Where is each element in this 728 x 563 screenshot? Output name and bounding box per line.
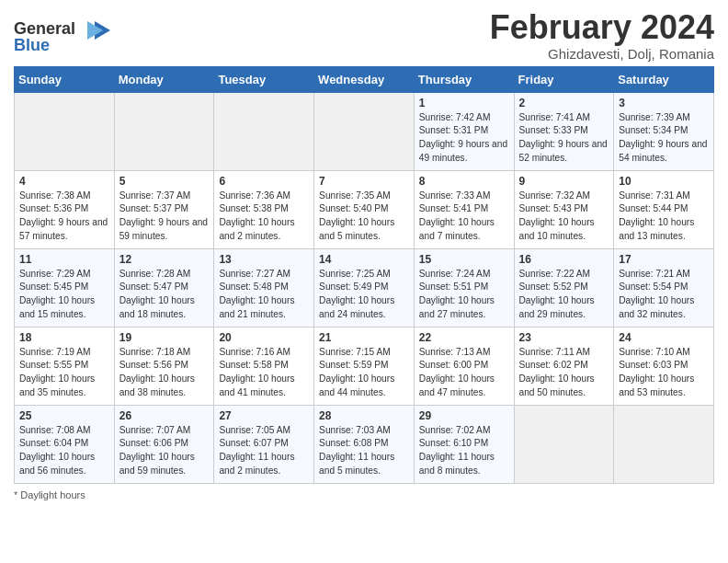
day-number: 28: [319, 409, 409, 422]
day-number: 20: [219, 331, 309, 344]
calendar-cell: [514, 405, 614, 483]
day-info: Sunrise: 7:25 AMSunset: 5:49 PMDaylight:…: [319, 268, 409, 322]
day-number: 27: [219, 409, 309, 422]
weekday-header-saturday: Saturday: [614, 66, 714, 92]
calendar-cell: [114, 92, 214, 170]
day-number: 12: [119, 253, 210, 266]
calendar-cell: 12Sunrise: 7:28 AMSunset: 5:47 PMDayligh…: [114, 248, 214, 327]
weekday-header-tuesday: Tuesday: [214, 66, 314, 92]
day-number: 4: [19, 175, 109, 188]
day-number: 21: [319, 331, 409, 344]
day-info: Sunrise: 7:41 AMSunset: 5:33 PMDaylight:…: [519, 111, 609, 166]
week-row-3: 11Sunrise: 7:29 AMSunset: 5:45 PMDayligh…: [15, 248, 714, 327]
day-number: 19: [119, 331, 210, 344]
location: Ghizdavesti, Dolj, Romania: [490, 46, 714, 62]
calendar-cell: 14Sunrise: 7:25 AMSunset: 5:49 PMDayligh…: [314, 248, 415, 327]
calendar-cell: 23Sunrise: 7:11 AMSunset: 6:02 PMDayligh…: [514, 327, 614, 405]
day-info: Sunrise: 7:38 AMSunset: 5:36 PMDaylight:…: [19, 190, 109, 244]
calendar-body: 1Sunrise: 7:42 AMSunset: 5:31 PMDaylight…: [15, 92, 714, 483]
day-number: 17: [619, 253, 709, 266]
week-row-4: 18Sunrise: 7:19 AMSunset: 5:55 PMDayligh…: [15, 327, 714, 405]
day-info: Sunrise: 7:02 AMSunset: 6:10 PMDaylight:…: [419, 424, 509, 478]
daylight-note: * Daylight hours: [14, 489, 714, 500]
calendar-cell: 5Sunrise: 7:37 AMSunset: 5:37 PMDaylight…: [114, 170, 214, 248]
day-info: Sunrise: 7:27 AMSunset: 5:48 PMDaylight:…: [219, 268, 309, 322]
day-number: 5: [119, 175, 210, 188]
day-number: 14: [319, 253, 409, 266]
svg-text:General: General: [14, 19, 75, 38]
day-number: 6: [219, 175, 309, 188]
calendar-cell: 15Sunrise: 7:24 AMSunset: 5:51 PMDayligh…: [414, 248, 514, 327]
calendar-cell: 13Sunrise: 7:27 AMSunset: 5:48 PMDayligh…: [214, 248, 314, 327]
calendar-cell: 11Sunrise: 7:29 AMSunset: 5:45 PMDayligh…: [15, 248, 115, 327]
calendar-cell: [214, 92, 314, 170]
calendar-cell: 27Sunrise: 7:05 AMSunset: 6:07 PMDayligh…: [214, 405, 314, 483]
day-number: 1: [419, 97, 509, 109]
calendar-cell: 10Sunrise: 7:31 AMSunset: 5:44 PMDayligh…: [614, 170, 714, 248]
day-number: 23: [519, 331, 609, 344]
weekday-header-friday: Friday: [514, 66, 614, 92]
page-container: General Blue February 2024 Ghizdavesti, …: [0, 0, 728, 514]
header: General Blue February 2024 Ghizdavesti, …: [14, 9, 714, 62]
day-info: Sunrise: 7:39 AMSunset: 5:34 PMDaylight:…: [619, 111, 709, 166]
day-number: 29: [419, 409, 509, 422]
day-info: Sunrise: 7:15 AMSunset: 5:59 PMDaylight:…: [319, 346, 409, 400]
day-info: Sunrise: 7:24 AMSunset: 5:51 PMDaylight:…: [419, 268, 509, 322]
day-info: Sunrise: 7:16 AMSunset: 5:58 PMDaylight:…: [219, 346, 309, 400]
calendar-cell: 9Sunrise: 7:32 AMSunset: 5:43 PMDaylight…: [514, 170, 614, 248]
weekday-header-wednesday: Wednesday: [314, 66, 415, 92]
logo: General Blue: [14, 14, 110, 56]
week-row-2: 4Sunrise: 7:38 AMSunset: 5:36 PMDaylight…: [15, 170, 714, 248]
day-number: 11: [19, 253, 109, 266]
calendar-cell: 2Sunrise: 7:41 AMSunset: 5:33 PMDaylight…: [514, 92, 614, 170]
day-number: 10: [619, 175, 709, 188]
day-number: 26: [119, 409, 210, 422]
day-info: Sunrise: 7:21 AMSunset: 5:54 PMDaylight:…: [619, 268, 709, 322]
calendar-cell: 26Sunrise: 7:07 AMSunset: 6:06 PMDayligh…: [114, 405, 214, 483]
calendar-cell: [15, 92, 115, 170]
day-info: Sunrise: 7:28 AMSunset: 5:47 PMDaylight:…: [119, 268, 210, 322]
week-row-1: 1Sunrise: 7:42 AMSunset: 5:31 PMDaylight…: [15, 92, 714, 170]
day-number: 24: [619, 331, 709, 344]
day-info: Sunrise: 7:29 AMSunset: 5:45 PMDaylight:…: [19, 268, 109, 322]
logo-text: General Blue: [14, 14, 110, 56]
calendar-header: SundayMondayTuesdayWednesdayThursdayFrid…: [15, 66, 714, 92]
day-number: 3: [619, 97, 709, 109]
calendar-cell: [614, 405, 714, 483]
svg-text:Blue: Blue: [14, 36, 50, 52]
day-info: Sunrise: 7:11 AMSunset: 6:02 PMDaylight:…: [519, 346, 609, 400]
day-number: 8: [419, 175, 509, 188]
day-number: 22: [419, 331, 509, 344]
calendar-cell: 7Sunrise: 7:35 AMSunset: 5:40 PMDaylight…: [314, 170, 415, 248]
calendar-cell: 29Sunrise: 7:02 AMSunset: 6:10 PMDayligh…: [414, 405, 514, 483]
day-number: 16: [519, 253, 609, 266]
weekday-header-row: SundayMondayTuesdayWednesdayThursdayFrid…: [15, 66, 714, 92]
week-row-5: 25Sunrise: 7:08 AMSunset: 6:04 PMDayligh…: [15, 405, 714, 483]
day-number: 15: [419, 253, 509, 266]
calendar-cell: 17Sunrise: 7:21 AMSunset: 5:54 PMDayligh…: [614, 248, 714, 327]
calendar-cell: 20Sunrise: 7:16 AMSunset: 5:58 PMDayligh…: [214, 327, 314, 405]
calendar-cell: 6Sunrise: 7:36 AMSunset: 5:38 PMDaylight…: [214, 170, 314, 248]
weekday-header-thursday: Thursday: [414, 66, 514, 92]
day-info: Sunrise: 7:19 AMSunset: 5:55 PMDaylight:…: [19, 346, 109, 400]
day-info: Sunrise: 7:05 AMSunset: 6:07 PMDaylight:…: [219, 424, 309, 478]
day-info: Sunrise: 7:32 AMSunset: 5:43 PMDaylight:…: [519, 190, 609, 244]
calendar-cell: 19Sunrise: 7:18 AMSunset: 5:56 PMDayligh…: [114, 327, 214, 405]
calendar-cell: 28Sunrise: 7:03 AMSunset: 6:08 PMDayligh…: [314, 405, 415, 483]
day-info: Sunrise: 7:42 AMSunset: 5:31 PMDaylight:…: [419, 111, 509, 166]
calendar-cell: 16Sunrise: 7:22 AMSunset: 5:52 PMDayligh…: [514, 248, 614, 327]
calendar-cell: 3Sunrise: 7:39 AMSunset: 5:34 PMDaylight…: [614, 92, 714, 170]
weekday-header-monday: Monday: [114, 66, 214, 92]
day-info: Sunrise: 7:33 AMSunset: 5:41 PMDaylight:…: [419, 190, 509, 244]
calendar-cell: 24Sunrise: 7:10 AMSunset: 6:03 PMDayligh…: [614, 327, 714, 405]
calendar-table: SundayMondayTuesdayWednesdayThursdayFrid…: [14, 66, 714, 484]
day-number: 18: [19, 331, 109, 344]
calendar-cell: 25Sunrise: 7:08 AMSunset: 6:04 PMDayligh…: [15, 405, 115, 483]
calendar-cell: 4Sunrise: 7:38 AMSunset: 5:36 PMDaylight…: [15, 170, 115, 248]
weekday-header-sunday: Sunday: [15, 66, 115, 92]
day-info: Sunrise: 7:35 AMSunset: 5:40 PMDaylight:…: [319, 190, 409, 244]
calendar-cell: 1Sunrise: 7:42 AMSunset: 5:31 PMDaylight…: [414, 92, 514, 170]
month-title: February 2024: [490, 9, 714, 46]
day-info: Sunrise: 7:13 AMSunset: 6:00 PMDaylight:…: [419, 346, 509, 400]
calendar-cell: [314, 92, 415, 170]
